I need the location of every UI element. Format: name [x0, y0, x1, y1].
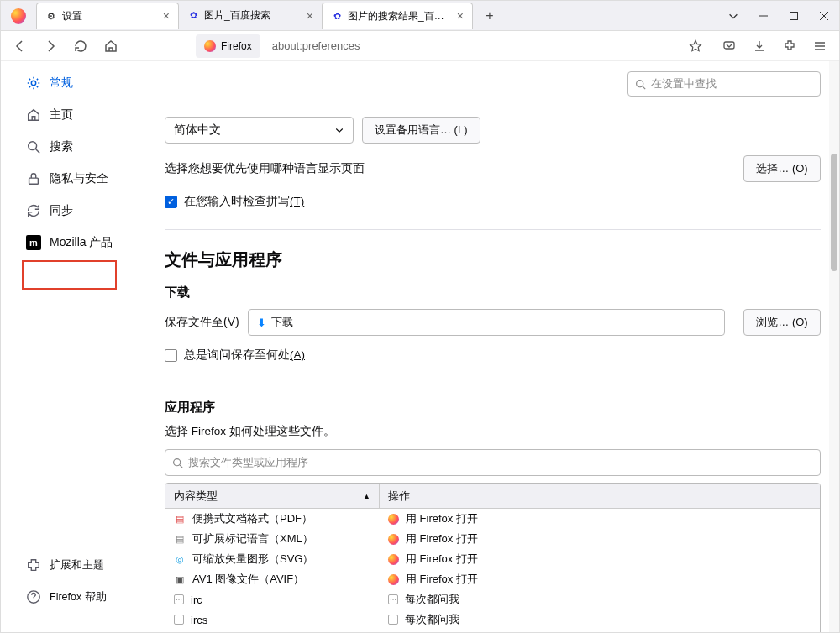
reload-button[interactable] [68, 34, 93, 59]
protocol-icon: ⋯ [388, 615, 398, 625]
content-type: 可扩展标记语言（XML） [192, 531, 313, 547]
close-icon[interactable]: × [307, 9, 313, 23]
home-icon [26, 107, 41, 123]
sidebar-label: Mozilla 产品 [50, 235, 113, 250]
tabs-dropdown-button[interactable] [718, 3, 748, 29]
sidebar-item-sync[interactable]: 同步 [19, 197, 156, 224]
protocol-icon: ⋯ [174, 615, 184, 625]
sidebar-item-general[interactable]: 常规 [19, 70, 156, 97]
column-content-type[interactable]: 内容类型 ▲ [165, 484, 380, 508]
content-type: irc [191, 594, 202, 606]
alt-language-button[interactable]: 设置备用语言… (L) [362, 117, 480, 144]
back-button[interactable] [8, 34, 33, 59]
sidebar-label: 隐私与安全 [50, 171, 108, 186]
tab-label: 图片_百度搜索 [204, 8, 302, 23]
search-icon [635, 79, 646, 90]
chevron-down-icon [334, 125, 344, 135]
tab-strip: ⚙ 设置 × ✿ 图片_百度搜索 × ✿ 图片的搜索结果_百度图片搜索 × + [1, 1, 839, 31]
action-label: 用 Firefox 打开 [406, 572, 478, 587]
search-icon [26, 139, 41, 154]
downloads-icon[interactable] [747, 34, 772, 59]
gear-icon [26, 76, 41, 91]
sidebar-item-mozilla[interactable]: m Mozilla 产品 [19, 229, 156, 256]
download-folder-input[interactable]: ⬇ 下载 [248, 309, 725, 336]
svg-rect-0 [790, 12, 798, 19]
action-label: 每次都问我 [405, 592, 459, 607]
applications-table: 内容类型 ▲ 操作 ▤便携式文档格式（PDF）用 Firefox 打开▤可扩展标… [165, 483, 821, 632]
table-row[interactable]: ▤可扩展标记语言（XML）用 Firefox 打开 [165, 529, 820, 549]
new-tab-button[interactable]: + [478, 4, 501, 28]
vertical-scrollbar[interactable] [829, 61, 839, 632]
svg-point-6 [637, 80, 643, 86]
sidebar-label: 扩展和主题 [50, 558, 104, 573]
url-text[interactable]: about:preferences [272, 39, 678, 52]
pocket-icon[interactable] [717, 34, 742, 59]
table-row[interactable]: ⋯mailto⋯使用"Microsoft Edge"处理 （默认） [165, 630, 820, 632]
sidebar-item-privacy[interactable]: 隐私与安全 [19, 165, 156, 192]
settings-sidebar: 常规 主页 搜索 隐私与安全 同步 [1, 61, 165, 632]
tab-settings[interactable]: ⚙ 设置 × [36, 3, 179, 29]
main-panel: 在设置中查找 简体中文 设置备用语言… (L) 选择您想要优先使用哪种语言显示页… [165, 61, 839, 632]
content-type: 便携式文档格式（PDF） [192, 511, 312, 526]
search-icon [172, 458, 183, 468]
sidebar-item-home[interactable]: 主页 [19, 102, 156, 128]
search-placeholder: 在设置中查找 [651, 76, 717, 92]
navigation-bar: Firefox about:preferences [1, 31, 839, 61]
downloads-heading: 下载 [165, 285, 821, 301]
table-row[interactable]: ◎可缩放矢量图形（SVG）用 Firefox 打开 [165, 549, 820, 569]
sidebar-item-search[interactable]: 搜索 [19, 133, 156, 160]
lock-icon [26, 171, 41, 186]
mozilla-icon: m [26, 235, 41, 250]
minimize-button[interactable] [748, 3, 779, 29]
sidebar-label: 搜索 [50, 139, 73, 154]
extensions-icon[interactable] [777, 34, 802, 59]
app-menu-icon[interactable] [807, 34, 832, 59]
scrollbar-thumb[interactable] [831, 154, 837, 271]
bookmark-star-icon[interactable] [683, 34, 708, 59]
app-search-placeholder: 搜索文件类型或应用程序 [188, 455, 308, 470]
sync-icon [26, 203, 41, 218]
svg-rect-4 [29, 178, 39, 184]
language-select[interactable]: 简体中文 [165, 117, 354, 144]
spellcheck-label: 在您输入时检查拼写(T) [184, 194, 304, 209]
content-area: 常规 主页 搜索 隐私与安全 同步 [1, 61, 839, 632]
spellcheck-checkbox[interactable] [165, 196, 177, 208]
xml-icon: ▤ [174, 533, 186, 545]
firefox-icon [388, 534, 399, 545]
puzzle-icon [26, 557, 41, 573]
app-search-input[interactable]: 搜索文件类型或应用程序 [165, 449, 821, 476]
svg-point-7 [174, 458, 181, 465]
firefox-icon [388, 574, 399, 585]
maximize-button[interactable] [779, 3, 809, 29]
tab-baidu-results[interactable]: ✿ 图片的搜索结果_百度图片搜索 × [322, 3, 473, 29]
choose-language-button[interactable]: 选择… (O) [743, 155, 821, 182]
baidu-icon: ✿ [187, 10, 199, 22]
identity-pill[interactable]: Firefox [196, 34, 260, 58]
language-selected: 简体中文 [174, 123, 221, 138]
applications-desc: 选择 Firefox 如何处理这些文件。 [165, 424, 821, 439]
close-window-button[interactable] [809, 3, 839, 29]
protocol-icon: ⋯ [388, 594, 398, 604]
table-row[interactable]: ▤便携式文档格式（PDF）用 Firefox 打开 [165, 509, 820, 529]
firefox-icon [204, 40, 216, 52]
table-row[interactable]: ▣AV1 图像文件（AVIF）用 Firefox 打开 [165, 569, 820, 589]
action-label: 每次都问我 [405, 612, 459, 627]
home-button[interactable] [98, 34, 123, 59]
tab-baidu-images[interactable]: ✿ 图片_百度搜索 × [179, 3, 322, 29]
applications-heading: 应用程序 [165, 400, 821, 416]
download-arrow-icon: ⬇ [257, 316, 266, 329]
column-action[interactable]: 操作 [380, 489, 418, 504]
browse-button[interactable]: 浏览… (O) [743, 309, 821, 336]
table-row[interactable]: ⋯ircs⋯每次都问我 [165, 609, 820, 630]
sidebar-label: 同步 [50, 203, 73, 218]
table-row[interactable]: ⋯irc⋯每次都问我 [165, 589, 820, 609]
sidebar-item-extensions[interactable]: 扩展和主题 [19, 552, 156, 578]
svg-icon: ◎ [174, 553, 186, 565]
settings-search-input[interactable]: 在设置中查找 [627, 71, 821, 97]
sidebar-item-help[interactable]: Firefox 帮助 [19, 583, 156, 610]
forward-button[interactable] [38, 34, 63, 59]
sort-arrow-icon: ▲ [363, 492, 370, 500]
always-ask-checkbox[interactable] [165, 349, 177, 362]
close-icon[interactable]: × [457, 9, 464, 23]
close-icon[interactable]: × [163, 9, 170, 23]
